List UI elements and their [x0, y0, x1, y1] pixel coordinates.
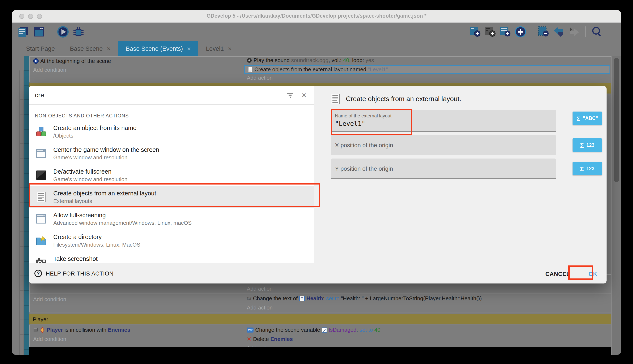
- list-item-create-directory[interactable]: Create a directoryFilesystem/Windows, Li…: [29, 230, 314, 252]
- window-title: GDevelop 5 - /Users/dkarakay/Documents/G…: [12, 13, 621, 19]
- add-condition-button[interactable]: Add condition: [33, 336, 66, 342]
- debug-icon[interactable]: [73, 26, 84, 38]
- delete-event-icon[interactable]: [538, 26, 549, 38]
- condition-text: At the beginning of the scene: [40, 58, 111, 64]
- tab-base-scene-events[interactable]: Base Scene (Events) ×: [118, 41, 198, 56]
- field-placeholder: Y position of the origin: [335, 165, 393, 172]
- game-window-icon: [35, 147, 48, 160]
- expression-builder-button-123-y[interactable]: Σ 123: [572, 162, 602, 175]
- screenshot-stage: GDevelop 5 - /Users/dkarakay/Documents/G…: [0, 0, 633, 364]
- field-x-position[interactable]: X position of the origin: [331, 135, 556, 155]
- sheet-bottom-cutoff: [29, 347, 621, 355]
- add-action-button[interactable]: Add action: [247, 286, 273, 292]
- cancel-button[interactable]: CANCEL: [545, 271, 570, 277]
- scene-editor-icon[interactable]: [33, 26, 45, 38]
- expression-builder-button-123-x[interactable]: Σ 123: [572, 138, 602, 152]
- redo-icon[interactable]: [568, 26, 580, 38]
- tab-label: Base Scene: [70, 45, 103, 52]
- play-icon[interactable]: [57, 26, 69, 38]
- vertical-scrollbar[interactable]: [611, 56, 621, 355]
- external-layout-icon: [35, 191, 48, 204]
- tab-base-scene[interactable]: Base Scene ×: [62, 41, 118, 56]
- tab-start-page[interactable]: Start Page: [19, 41, 62, 56]
- action-editor-dialog: cre × NON-OBJECTS AND OTHER ACTIONS Crea…: [29, 86, 606, 284]
- add-action-button[interactable]: Add action: [247, 304, 273, 311]
- section-header: NON-OBJECTS AND OTHER ACTIONS: [35, 113, 314, 118]
- toolbar-separator: [585, 26, 585, 37]
- variable-action-icon: Var: [247, 327, 253, 332]
- folder-icon: [35, 234, 48, 247]
- ok-button[interactable]: OK: [588, 271, 597, 277]
- event-tree-gutter: [19, 70, 24, 355]
- variable-icon: [322, 327, 327, 332]
- selected-action-row[interactable]: Create objects from the external layout …: [244, 65, 610, 74]
- toolbar-separator: [51, 26, 51, 37]
- add-comment-icon[interactable]: [499, 26, 511, 38]
- tab-label: Start Page: [26, 45, 55, 52]
- event-drag-handle-column[interactable]: [24, 56, 29, 355]
- event-row[interactable]: At the beginning of the scene Add condit…: [29, 56, 611, 82]
- add-action-button[interactable]: Add action: [247, 75, 273, 81]
- filter-icon[interactable]: [286, 92, 294, 98]
- sigma-icon: Σ: [580, 142, 584, 149]
- action-parameters-panel: Create objects from an external layout. …: [314, 86, 606, 284]
- delete-object-icon: ✕: [247, 336, 251, 342]
- beginning-of-scene-icon: [33, 58, 39, 64]
- field-y-position[interactable]: Y position of the origin: [331, 158, 556, 179]
- collision-icon: [40, 327, 45, 333]
- add-condition-button[interactable]: Add condition: [33, 67, 66, 73]
- list-item-fullscreen[interactable]: De/activate fullscreenGame's window and …: [29, 164, 314, 186]
- text-object-icon: T: [299, 296, 305, 301]
- object-cube-icon: [33, 327, 38, 332]
- list-item-external-layout[interactable]: Create objects from an external layoutEx…: [29, 186, 314, 208]
- action-line-play-sound[interactable]: Play the sound soundtrack.ogg, vol.: 40,…: [247, 57, 374, 63]
- action-line-change-variable[interactable]: Var Change the scene variable IsDamaged:…: [247, 327, 381, 333]
- sound-icon: [247, 58, 252, 63]
- list-item-center-window[interactable]: Center the game window on the screenGame…: [29, 142, 314, 164]
- condition-line[interactable]: At the beginning of the scene: [33, 58, 111, 64]
- comment-row-player[interactable]: Player: [29, 314, 611, 324]
- search-input[interactable]: cre: [35, 92, 286, 99]
- add-event-icon[interactable]: [469, 26, 481, 38]
- field-placeholder: X position of the origin: [335, 142, 393, 148]
- close-tab-icon[interactable]: ×: [107, 45, 111, 52]
- action-line-create-objects[interactable]: Create objects from the external layout …: [248, 66, 388, 72]
- field-external-layout-name[interactable]: Name of the external layout "Level1": [331, 110, 556, 132]
- help-link[interactable]: ? HELP FOR THIS ACTION: [29, 263, 314, 284]
- expression-builder-button-abc[interactable]: Σ "ABC": [572, 112, 602, 125]
- text-action-icon: txt: [247, 296, 251, 301]
- scrollbar-thumb[interactable]: [614, 58, 619, 182]
- add-circle-icon[interactable]: [515, 26, 526, 38]
- external-layout-icon: [331, 94, 340, 104]
- titlebar: GDevelop 5 - /Users/dkarakay/Documents/G…: [12, 10, 621, 23]
- toolbar-separator: [532, 26, 532, 37]
- objects-cubes-icon: [35, 126, 48, 138]
- fullscreen-icon: [35, 169, 48, 182]
- sigma-icon: Σ: [576, 115, 580, 122]
- help-icon: ?: [35, 270, 42, 277]
- tab-level1[interactable]: Level1 ×: [198, 41, 239, 56]
- events-sheet-icon[interactable]: [18, 26, 29, 38]
- game-window-icon: [35, 212, 48, 225]
- close-tab-icon[interactable]: ×: [187, 45, 191, 52]
- action-list-panel: cre × NON-OBJECTS AND OTHER ACTIONS Crea…: [29, 86, 314, 284]
- add-condition-button[interactable]: Add condition: [33, 296, 66, 302]
- toolbar: [12, 23, 621, 41]
- search-bar[interactable]: cre ×: [29, 86, 314, 105]
- close-tab-icon[interactable]: ×: [228, 45, 232, 52]
- search-icon[interactable]: [591, 26, 603, 38]
- field-value[interactable]: "Level1": [335, 120, 365, 128]
- list-item-create-object[interactable]: Create an object from its name/Objects: [29, 121, 314, 142]
- action-line-change-text[interactable]: txt Change the text of T Health: set to …: [247, 295, 482, 302]
- action-title: Create objects from an external layout.: [346, 95, 461, 103]
- clear-search-icon[interactable]: ×: [301, 91, 306, 100]
- sigma-icon: Σ: [580, 165, 584, 172]
- list-item-allow-fullscreen[interactable]: Allow full-screeningAdvanced window mana…: [29, 208, 314, 230]
- condition-line-collision[interactable]: Player is in collision with Enemies: [33, 327, 130, 333]
- external-layout-icon: [248, 67, 253, 72]
- undo-icon[interactable]: [553, 26, 565, 38]
- action-line-delete[interactable]: ✕ Delete Enemies: [247, 336, 293, 342]
- add-subevent-icon[interactable]: [484, 26, 496, 38]
- field-label: Name of the external layout: [335, 113, 391, 118]
- event-row[interactable]: Add condition txt Change the text of T H…: [29, 294, 611, 312]
